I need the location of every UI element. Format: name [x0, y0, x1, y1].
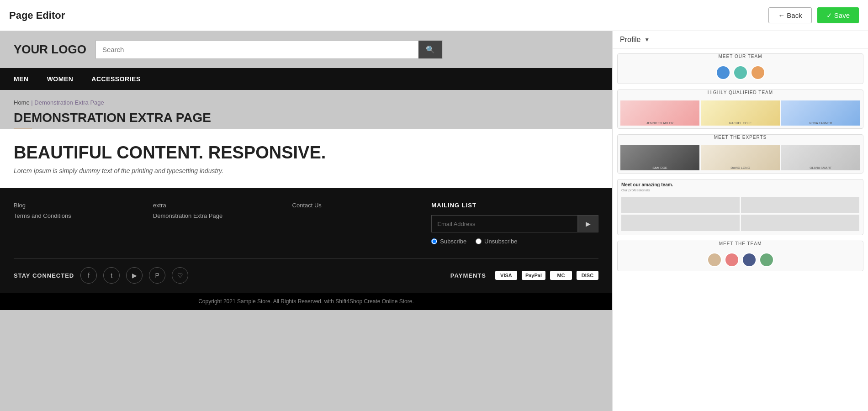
card-4-text-row: Meet our amazing team. Our professionals: [618, 179, 863, 195]
copyright-link[interactable]: with Shift4Shop Create Online Store.: [324, 298, 414, 305]
discover-icon: DISC: [577, 271, 598, 280]
mailing-heading: MAILING LIST: [431, 202, 598, 209]
card-3-label-1: SAM DOE: [620, 166, 699, 169]
chevron-down-icon: ▼: [644, 37, 650, 43]
panel-card-5[interactable]: Meet The Team: [617, 241, 863, 271]
email-submit-button[interactable]: ▶: [578, 215, 598, 232]
twitter-icon[interactable]: t: [103, 267, 120, 284]
nav-item-men[interactable]: MEN: [14, 68, 29, 90]
unsubscribe-label: Unsubscribe: [484, 238, 517, 245]
footer-col-2: extra Demonstration Extra Page: [153, 202, 292, 245]
footer-mailing: MAILING LIST ▶ Subscribe Unsubscribe: [431, 202, 598, 245]
search-button[interactable]: 🔍: [418, 41, 442, 58]
panel-card-1[interactable]: MEET OUR TEAM: [617, 53, 863, 84]
page-editor-title: Page Editor: [9, 10, 65, 21]
panel-card-3[interactable]: MEET THE EXPERTS SAM DOE DAVID LONG OLIV…: [617, 134, 863, 174]
panel-card-2[interactable]: HIGHLY QUALIFIED TEAM JENNIFER ADLER RAC…: [617, 90, 863, 129]
panel-card-2-title: HIGHLY QUALIFIED TEAM: [618, 90, 863, 95]
footer-link-blog[interactable]: Blog: [14, 202, 153, 209]
unsubscribe-radio[interactable]: [476, 238, 482, 244]
card-4-grid-2: [741, 197, 859, 213]
stay-connected: STAY CONNECTED f t ▶ P ♡: [14, 267, 188, 284]
panel-card-4[interactable]: Meet our amazing team. Our professionals: [617, 179, 863, 235]
copyright-text: Copyright 2021 Sample Store. All Rights …: [198, 298, 323, 305]
subscribe-radio[interactable]: [431, 238, 437, 244]
right-panel-header: Profile ▼: [613, 31, 868, 49]
right-panel: Profile ▼ MEET OUR TEAM HIGHLY QUALIFIED…: [612, 31, 868, 411]
footer-link-extra[interactable]: extra: [153, 202, 292, 209]
store-header: YOUR LOGO 🔍: [0, 31, 612, 68]
card-2-label-1: JENNIFER ADLER: [620, 121, 699, 125]
card-5-avatars: [618, 249, 863, 271]
card-2-label-3: NOVA FARMER: [781, 121, 860, 125]
footer-link-contact[interactable]: Contact Us: [292, 202, 432, 209]
top-actions: ← Back ✓ Save: [768, 7, 859, 23]
card-4-sub: Our professionals: [621, 188, 859, 192]
facebook-icon[interactable]: f: [80, 267, 97, 284]
radio-row: Subscribe Unsubscribe: [431, 238, 598, 245]
footer-copyright: Copyright 2021 Sample Store. All Rights …: [0, 293, 612, 310]
avatar-5-1: [707, 253, 722, 267]
avatar-5-4: [759, 253, 774, 267]
store-logo: YOUR LOGO: [14, 42, 86, 57]
stay-connected-label: STAY CONNECTED: [14, 272, 74, 279]
nav-item-women[interactable]: WOMEN: [47, 68, 74, 90]
store-content: Home | Demonstration Extra Page DEMONSTR…: [0, 90, 612, 129]
mastercard-icon: MC: [550, 271, 572, 280]
back-button[interactable]: ← Back: [768, 7, 812, 23]
subscribe-label: Subscribe: [440, 238, 466, 245]
email-input[interactable]: [431, 215, 578, 232]
avatar-5-2: [725, 253, 739, 267]
pinterest-icon[interactable]: P: [149, 267, 165, 284]
card-2-label-2: RACHEL COLE: [701, 121, 780, 125]
save-button[interactable]: ✓ Save: [817, 7, 859, 23]
card-3-img-1: SAM DOE: [620, 145, 699, 170]
youtube-icon[interactable]: ▶: [126, 267, 143, 284]
unsubscribe-radio-label[interactable]: Unsubscribe: [476, 238, 517, 245]
panel-card-3-title: MEET THE EXPERTS: [618, 135, 863, 140]
card-2-img-2: RACHEL COLE: [701, 100, 780, 126]
card-3-img-2: DAVID LONG: [701, 145, 780, 170]
card-4-grid-3: [621, 215, 740, 231]
avatar-3: [751, 65, 765, 80]
card-3-label-2: DAVID LONG: [701, 166, 780, 169]
page-heading: DEMONSTRATION EXTRA PAGE: [14, 111, 598, 125]
panel-cards: MEET OUR TEAM HIGHLY QUALIFIED TEAM JENN…: [613, 49, 868, 411]
subscribe-radio-label[interactable]: Subscribe: [431, 238, 466, 245]
card-3-label-3: OLIVIA SMART: [781, 166, 860, 169]
store-white-section: BEAUTIFUL CONTENT. RESPONSIVE. Lorem Ips…: [0, 129, 612, 188]
breadcrumb-current: Demonstration Extra Page: [34, 99, 104, 106]
breadcrumb: Home | Demonstration Extra Page: [14, 99, 598, 106]
panel-card-5-title: Meet The Team: [618, 241, 863, 246]
panel-card-1-title: MEET OUR TEAM: [618, 54, 863, 59]
avatar-1: [716, 65, 730, 80]
avatar-2: [733, 65, 748, 80]
card-3-images: SAM DOE DAVID LONG OLIVIA SMART: [618, 142, 863, 173]
store-footer: Blog Terms and Conditions extra Demonstr…: [0, 188, 612, 293]
instagram-icon[interactable]: ♡: [172, 267, 188, 284]
card-4-heading: Meet our amazing team.: [621, 182, 859, 187]
visa-icon: VISA: [495, 271, 517, 280]
payments: PAYMENTS VISA PayPal MC DISC: [450, 271, 598, 280]
profile-dropdown[interactable]: Profile ▼: [620, 36, 650, 44]
footer-link-demo[interactable]: Demonstration Extra Page: [153, 212, 292, 219]
paypal-icon: PayPal: [522, 271, 545, 280]
card-4-grid-4: [741, 215, 859, 231]
breadcrumb-home[interactable]: Home: [14, 99, 30, 106]
big-heading: BEAUTIFUL CONTENT. RESPONSIVE.: [14, 143, 598, 163]
search-input[interactable]: [96, 41, 418, 58]
footer-col-1: Blog Terms and Conditions: [14, 202, 153, 245]
card-3-img-3: OLIVIA SMART: [781, 145, 860, 170]
profile-label: Profile: [620, 36, 640, 44]
footer-link-terms[interactable]: Terms and Conditions: [14, 212, 153, 219]
italic-sub: Lorem Ipsum is simply dummy text of the …: [14, 167, 598, 174]
main-layout: YOUR LOGO 🔍 MEN WOMEN ACCESSORIES Home |…: [0, 31, 868, 411]
store-nav: MEN WOMEN ACCESSORIES: [0, 68, 612, 90]
footer-links-row: Blog Terms and Conditions extra Demonstr…: [14, 202, 598, 245]
avatar-5-3: [742, 253, 757, 267]
card-1-avatars: [618, 62, 863, 84]
nav-item-accessories[interactable]: ACCESSORIES: [91, 68, 140, 90]
card-2-img-3: NOVA FARMER: [781, 100, 860, 126]
top-bar: Page Editor ← Back ✓ Save: [0, 0, 868, 31]
email-row: ▶: [431, 215, 598, 232]
